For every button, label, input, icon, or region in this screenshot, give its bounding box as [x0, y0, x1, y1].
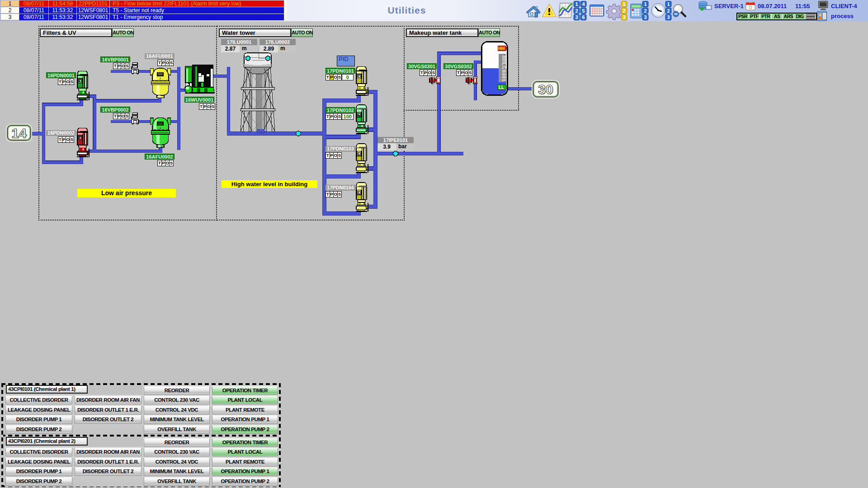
svg-text:1: 1: [644, 1, 646, 7]
svg-text:3: 3: [623, 14, 625, 20]
svg-text:2: 2: [667, 8, 670, 14]
svg-text:3: 3: [644, 14, 646, 20]
svg-text:1: 1: [667, 1, 670, 7]
svg-text:2: 2: [575, 8, 578, 14]
svg-text:3: 3: [667, 14, 670, 20]
svg-text:4: 4: [582, 1, 585, 7]
svg-text:5: 5: [582, 8, 585, 14]
svg-text:2: 2: [623, 8, 625, 14]
svg-text:6: 6: [582, 14, 585, 20]
svg-text:2: 2: [644, 8, 646, 14]
svg-text:3: 3: [575, 14, 578, 20]
svg-text:1: 1: [575, 1, 578, 7]
svg-text:1: 1: [623, 1, 625, 7]
